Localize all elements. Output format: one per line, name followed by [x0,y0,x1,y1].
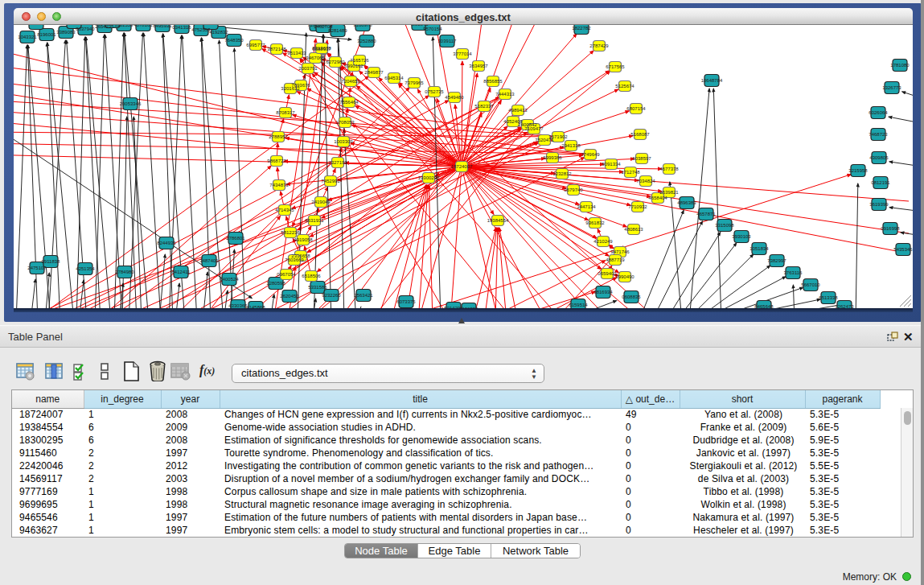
svg-text:1671902: 1671902 [548,134,568,139]
svg-text:2419049: 2419049 [311,200,331,204]
svg-text:20053346: 20053346 [120,101,142,106]
svg-text:3252880: 3252880 [357,39,376,43]
svg-text:2475107: 2475107 [27,266,47,270]
svg-text:3039117: 3039117 [438,39,458,43]
svg-text:7379965: 7379965 [405,80,424,85]
svg-text:1326773: 1326773 [882,85,901,90]
svg-text:8637940: 8637940 [76,27,95,31]
svg-text:3634957: 3634957 [469,64,488,68]
svg-text:4919058: 4919058 [294,237,313,242]
svg-text:6995777: 6995777 [246,43,265,47]
svg-text:9091334: 9091334 [602,162,621,167]
svg-text:3389083: 3389083 [56,30,76,35]
svg-text:7648350: 7648350 [224,38,244,43]
svg-text:3930103: 3930103 [732,234,751,239]
svg-text:1280598: 1280598 [266,281,285,286]
svg-text:5125674: 5125674 [615,84,634,89]
svg-text:3201632: 3201632 [281,86,300,91]
svg-text:2784980: 2784980 [115,270,134,274]
svg-text:1003309: 1003309 [334,139,353,144]
svg-text:0679740: 0679740 [564,187,583,192]
svg-text:9868727: 9868727 [267,159,286,163]
svg-text:7710932: 7710932 [628,204,647,209]
svg-text:6945314: 6945314 [384,76,404,80]
svg-text:9911838: 9911838 [42,259,61,264]
svg-text:3763116: 3763116 [784,270,803,275]
svg-text:4752553: 4752553 [191,27,211,32]
svg-text:4989413: 4989413 [508,108,528,113]
svg-text:5435346: 5435346 [893,247,913,252]
svg-text:4808613: 4808613 [624,227,643,232]
svg-text:8313678: 8313678 [312,46,331,51]
svg-text:4078161: 4078161 [133,25,153,27]
svg-text:3777014: 3777014 [453,51,472,56]
svg-text:7749649: 7749649 [581,152,600,157]
svg-text:3447134: 3447134 [577,204,596,209]
svg-text:4210249: 4210249 [593,239,613,244]
svg-text:7444313: 7444313 [495,92,515,97]
svg-text:6965328: 6965328 [201,25,220,26]
svg-text:2788957: 2788957 [269,134,288,139]
svg-text:6990162: 6990162 [344,64,363,68]
svg-text:6717565: 6717565 [606,64,625,69]
svg-text:4549480: 4549480 [445,95,464,100]
svg-text:9232260: 9232260 [322,293,341,298]
svg-text:6807154: 6807154 [626,106,646,111]
svg-text:2563421: 2563421 [354,293,373,298]
svg-text:1708053: 1708053 [335,120,355,125]
svg-text:4896383: 4896383 [677,200,696,205]
svg-text:7452991: 7452991 [321,179,340,183]
svg-text:7382997: 7382997 [767,258,786,263]
svg-text:7434873: 7434873 [269,183,289,187]
svg-text:6518506: 6518506 [302,274,321,278]
svg-text:3215958: 3215958 [848,168,868,173]
svg-text:4309805: 4309805 [869,155,889,160]
svg-text:8412411: 8412411 [172,270,191,274]
svg-text:4658404: 4658404 [648,196,667,200]
svg-text:8708317: 8708317 [276,110,295,115]
svg-text:7034824: 7034824 [636,179,655,183]
svg-text:8244935: 8244935 [157,241,176,245]
svg-text:2849877: 2849877 [364,70,384,75]
svg-text:3056413: 3056413 [27,25,46,26]
svg-text:4192832: 4192832 [209,30,228,35]
svg-text:8856855: 8856855 [483,79,503,84]
svg-text:5331586: 5331586 [308,285,327,290]
svg-text:6073375: 6073375 [396,299,416,304]
svg-text:3467065: 3467065 [306,56,325,60]
svg-text:3315098: 3315098 [715,223,734,228]
svg-text:4714345: 4714345 [275,208,294,212]
svg-text:6999386: 6999386 [543,155,562,160]
svg-text:6026064: 6026064 [869,110,888,115]
svg-text:1781080: 1781080 [890,63,910,68]
svg-text:8196001: 8196001 [37,32,56,37]
svg-text:9471746: 9471746 [610,249,630,254]
svg-text:7109477: 7109477 [524,126,544,131]
svg-text:1161559: 1161559 [115,25,134,27]
svg-text:3872148: 3872148 [267,47,286,51]
svg-text:7468723: 7468723 [869,132,888,137]
svg-text:9570154: 9570154 [423,27,442,31]
svg-text:8495931: 8495931 [153,25,172,28]
svg-text:5667010: 5667010 [801,282,820,287]
svg-text:1712748: 1712748 [621,170,640,175]
svg-text:1051834: 1051834 [749,246,769,251]
svg-text:2620450: 2620450 [280,294,299,299]
svg-text:2941318: 2941318 [561,143,581,148]
svg-text:4887719: 4887719 [606,257,625,262]
svg-text:0812191: 0812191 [871,180,890,185]
svg-text:1232812: 1232812 [552,171,572,176]
svg-text:9513433: 9513433 [287,51,306,56]
svg-text:2654235: 2654235 [95,25,114,29]
svg-text:19300295: 19300295 [418,175,440,180]
svg-text:19384554: 19384554 [487,218,509,223]
svg-text:0967054: 0967054 [277,272,296,277]
svg-text:3619399: 3619399 [869,202,889,207]
svg-text:4251354: 4251354 [76,266,95,271]
svg-text:2639821: 2639821 [659,190,679,195]
svg-text:6631931: 6631931 [305,218,324,223]
svg-text:2003791: 2003791 [298,66,318,71]
svg-text:6513338: 6513338 [819,295,838,300]
svg-text:9361832: 9361832 [585,220,605,225]
svg-text:3990490: 3990490 [615,274,634,279]
